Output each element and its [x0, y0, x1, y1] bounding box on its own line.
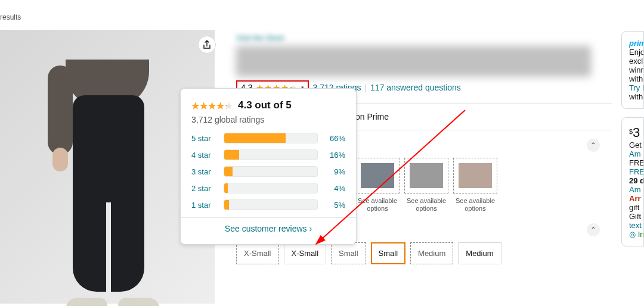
prime-promo-card[interactable]: prime Enjo excl winn with Try I with — [621, 31, 644, 109]
product-title — [236, 46, 591, 77]
histogram-row[interactable]: 1 star 5% — [191, 199, 345, 210]
swatch-caption: See available options — [355, 197, 400, 213]
histogram-pct: 16% — [324, 151, 345, 160]
answered-questions-link[interactable]: 117 answered questions — [370, 83, 461, 92]
histogram-star-label: 3 star — [191, 167, 218, 176]
rating-histogram: 5 star 66%4 star 16%3 star 9%2 star 4%1 … — [191, 133, 345, 210]
share-button[interactable] — [198, 36, 216, 54]
histogram-star-label: 2 star — [191, 184, 218, 193]
size-option[interactable]: Medium — [410, 242, 453, 264]
color-swatch[interactable]: See available options — [404, 158, 448, 213]
stock-status: In — [638, 230, 644, 239]
back-to-results-link[interactable]: results — [0, 13, 21, 21]
arrives-label: Arr — [629, 194, 640, 203]
collapse-color-icon[interactable]: ⌃ — [587, 139, 600, 152]
color-swatch[interactable]: See available options — [355, 158, 400, 213]
share-icon — [203, 40, 211, 49]
histogram-pct: 66% — [324, 134, 345, 143]
price: 3 — [633, 125, 640, 140]
try-prime-link[interactable]: Try I — [629, 83, 640, 92]
histogram-bar — [224, 199, 318, 210]
ratings-popover: ★★★★★ ★★★★★ 4.3 out of 5 3,712 global ra… — [180, 88, 357, 245]
histogram-bar — [224, 133, 318, 143]
product-photo-figure — [42, 60, 179, 306]
see-customer-reviews-link[interactable]: See customer reviews › — [225, 224, 312, 233]
size-option[interactable]: Small — [331, 242, 366, 264]
swatch-caption: See available options — [404, 197, 448, 213]
size-option[interactable]: X-Small — [236, 242, 279, 264]
star-rating-icon: ★★★★★ ★★★★★ — [191, 101, 233, 110]
separator: | — [364, 83, 367, 92]
histogram-row[interactable]: 5 star 66% — [191, 133, 345, 143]
histogram-star-label: 5 star — [191, 134, 218, 143]
brand-link[interactable]: Visit the Store — [236, 33, 284, 42]
histogram-row[interactable]: 2 star 4% — [191, 183, 345, 193]
histogram-bar — [224, 183, 318, 193]
size-options: X-SmallX-SmallSmallSmallMediumMedium — [236, 242, 612, 264]
histogram-row[interactable]: 4 star 16% — [191, 149, 345, 160]
histogram-pct: 9% — [324, 167, 345, 176]
size-option[interactable]: Medium — [458, 242, 501, 264]
histogram-star-label: 4 star — [191, 151, 218, 160]
histogram-pct: 4% — [324, 184, 345, 193]
buy-box: $3 Get Am FRE FRE 29 d Am Arr gift Gift … — [621, 117, 644, 246]
color-swatch[interactable]: See available options — [453, 158, 497, 213]
popover-global-count: 3,712 global ratings — [191, 115, 345, 124]
histogram-pct: 5% — [324, 201, 345, 210]
size-option[interactable]: Small — [371, 242, 406, 264]
collapse-size-icon[interactable]: ⌃ — [587, 223, 600, 236]
size-option[interactable]: X-Small — [284, 242, 327, 264]
popover-score: 4.3 out of 5 — [238, 99, 292, 111]
histogram-row[interactable]: 3 star 9% — [191, 166, 345, 177]
histogram-bar — [224, 166, 318, 177]
swatch-caption: See available options — [453, 197, 497, 213]
prime-logo: prime — [629, 39, 640, 48]
histogram-bar — [224, 149, 318, 160]
histogram-star-label: 1 star — [191, 201, 218, 210]
